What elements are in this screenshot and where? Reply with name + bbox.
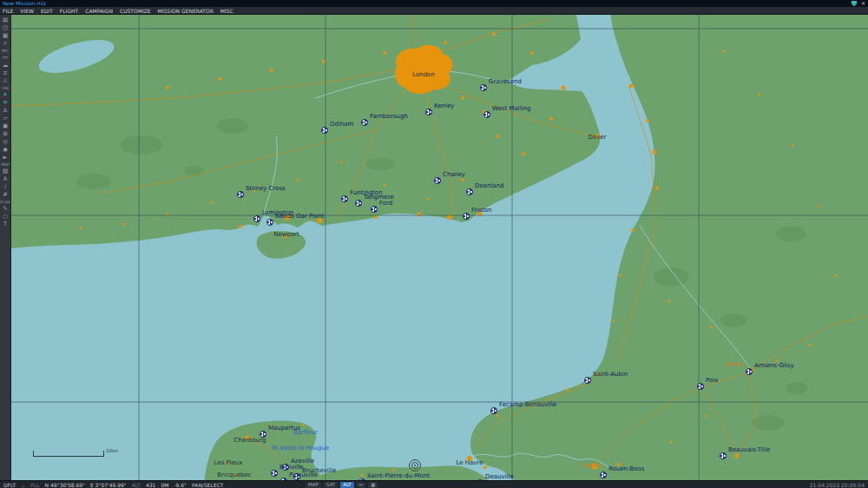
labels-icon[interactable]: A — [1, 175, 10, 183]
cursor-latitude: N 49°30'58.69" — [45, 481, 85, 488]
aircraft-icon[interactable]: ✈ — [1, 91, 10, 99]
chevron-down-icon[interactable]: ⌄ — [21, 481, 25, 488]
map-layers-icon[interactable]: ▧ — [1, 168, 10, 175]
temperature-value: -9.6° — [174, 481, 187, 488]
map-scale-bar — [33, 451, 104, 457]
menu-item-customize[interactable]: CUSTOMIZE — [120, 7, 151, 15]
new-mission-icon[interactable]: ▤ — [1, 16, 10, 24]
menu-item-mission-generator[interactable]: MISSION GENERATOR — [158, 7, 214, 15]
app: { "window": { "title": "New Mission.miz"… — [0, 0, 868, 488]
measure-icon[interactable]: ∕ — [1, 183, 10, 191]
grid-tool-icon[interactable]: ▦ — [368, 482, 378, 488]
route-icon[interactable]: ► — [1, 154, 10, 162]
mission-summary-icon[interactable]: ≡ — [1, 69, 10, 77]
window-controls: ✕ — [852, 0, 865, 7]
status-bar: DFLT ⌄ PLL N 49°30'58.69" E 3°07'49.99" … — [0, 480, 868, 488]
map-terrain — [11, 15, 868, 480]
briefing-icon[interactable]: ▭ — [1, 54, 10, 62]
altitude-label: ALT — [132, 481, 141, 488]
menu-item-misc[interactable]: MISC — [220, 7, 233, 15]
bullseye-marker[interactable] — [409, 459, 421, 472]
layer-button-map[interactable]: MAP — [306, 482, 321, 488]
layer-buttons: MAPSATALT↔▦ — [306, 481, 378, 488]
cursor-longitude: E 3°07'49.99" — [90, 481, 127, 488]
warning-icon[interactable]: ⚠ — [1, 77, 10, 85]
static-object-icon[interactable]: ▣ — [1, 122, 10, 130]
mission-datetime: 21.04.2023 20:05:04 — [810, 481, 865, 488]
isle-of-wight — [257, 231, 306, 259]
ship-icon[interactable]: ⚓ — [1, 107, 10, 115]
mission-options-icon[interactable]: ☼ — [1, 40, 10, 48]
profile-selector[interactable]: DFLT — [3, 481, 16, 488]
menu-item-file[interactable]: FILE — [3, 7, 13, 15]
toolbar-group-label: OBJ — [2, 85, 9, 91]
map-scale-label: 10km — [106, 448, 118, 453]
layer-button-sat[interactable]: SAT — [324, 482, 338, 488]
coords-format-label: PLL — [30, 481, 39, 488]
toolbar-group-label: MAP — [1, 162, 10, 168]
elevation-value: 0M — [161, 481, 168, 488]
vehicle-icon[interactable]: ▱ — [1, 115, 10, 122]
menu-item-campaign[interactable]: CAMPAIGN — [85, 7, 113, 15]
altitude-value: 431 — [146, 481, 155, 488]
menu-bar: FILEVIEWEDITFLIGHTCAMPAIGNCUSTOMIZEMISSI… — [0, 7, 868, 15]
toolbar-group-label: MIS — [2, 48, 9, 54]
cotentin-peninsula — [204, 420, 327, 480]
shield-icon[interactable] — [852, 1, 857, 7]
calvados-coast — [313, 466, 490, 480]
france-landmass — [470, 15, 868, 480]
left-toolbar: ▤◫▦☼MIS▭☁≡⚠OBJ✈✢⚓▱▣⊞◎◉►MAP▧A∕#Draw✎○T — [0, 15, 11, 480]
trigger-zone-icon[interactable]: ◎ — [1, 138, 10, 146]
menu-item-flight[interactable]: FLIGHT — [60, 7, 78, 15]
text-icon[interactable]: T — [1, 221, 10, 228]
toolbar-group-label: Draw — [0, 199, 10, 205]
map-canvas[interactable]: GravesendKenleyWest MallingFarnboroughOd… — [11, 15, 868, 480]
measure-tool-icon[interactable]: ↔ — [357, 482, 366, 488]
shape-icon[interactable]: ○ — [1, 213, 10, 221]
weather-icon[interactable]: ☁ — [1, 62, 10, 69]
bullseye-icon[interactable]: ◉ — [1, 146, 10, 154]
grid-toggle-icon[interactable]: # — [1, 191, 10, 199]
helicopter-icon[interactable]: ✢ — [1, 99, 10, 107]
menu-item-edit[interactable]: EDIT — [41, 7, 53, 15]
open-mission-icon[interactable]: ◫ — [1, 24, 10, 32]
menu-item-view[interactable]: VIEW — [20, 7, 34, 15]
template-icon[interactable]: ⊞ — [1, 130, 10, 138]
draw-icon[interactable]: ✎ — [1, 205, 10, 213]
save-mission-icon[interactable]: ▦ — [1, 32, 10, 40]
close-icon[interactable]: ✕ — [861, 0, 865, 7]
editor-mode-label: PAN/SELECT — [192, 481, 223, 488]
layer-button-alt[interactable]: ALT — [340, 482, 353, 488]
